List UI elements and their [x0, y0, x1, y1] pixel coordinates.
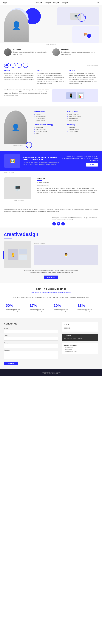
message-field-group: Message — [4, 350, 58, 360]
communication-list-item: goals — [34, 132, 65, 134]
affiliate-image: 🖼️ — [4, 154, 20, 168]
services-title: OUR TOP SERVICES — [64, 344, 96, 346]
call-title: CALL ME — [64, 324, 96, 326]
stat-box-3: 20% Lorem ipsum dolor sit amet consectet… — [52, 301, 74, 314]
brand-strategy-list: Navigate Audience analysis Competitor re… — [34, 114, 65, 121]
aboutme-extra-right: Lorem ipsum dolor sit amet consectetur a… — [52, 217, 98, 226]
hero-circle-outline — [78, 14, 86, 22]
message-input[interactable] — [4, 351, 58, 360]
marketing-list: Advertising Marketing Planning Content s… — [67, 127, 98, 132]
communication-list-item: Communication style — [34, 130, 65, 132]
brand-strategy-list-item: Navigate — [34, 114, 65, 116]
aboutme-img-credit: Image from Pexels — [4, 199, 34, 202]
creative-title-normal: creative — [4, 232, 23, 237]
stat-label-3: Lorem ipsum dolor sit amet consectetur a… — [54, 308, 73, 312]
location-address: 1234 Street Adress City, AA 99999 — [64, 338, 96, 340]
footer-copyright: Copyright 2022 | Terms of Services — [2, 372, 100, 373]
brand-identity-title: Brand identity — [67, 110, 98, 112]
brand-identity-list-item: Visual positioning — [67, 114, 98, 116]
call-phone1: 000.000.000 — [64, 326, 96, 328]
location-title: LOCATION — [64, 335, 96, 337]
goals-title: goals — [37, 70, 66, 72]
name-input[interactable] — [4, 330, 58, 334]
service-item-2: Development — [64, 349, 96, 350]
social-icons: f t i — [52, 222, 98, 226]
about-description: Exceptions sint occaecat cupidatat non p… — [13, 51, 50, 55]
mgv-bottom-image: 📱 📊 — [52, 89, 98, 102]
creative-title-accent: design — [23, 232, 38, 237]
footer: Copyright 2022 | Terms of Services Desig… — [0, 370, 102, 376]
aboutme-image: 🖥️ — [4, 177, 31, 199]
call-phone2: 000.000.000 — [64, 328, 96, 330]
nav-hamburger[interactable]: ☰ — [97, 1, 99, 4]
affiliate-button[interactable]: FIND OUT — [86, 163, 98, 166]
nav-item[interactable]: Navigate — [36, 2, 42, 4]
message-label: Message — [4, 350, 58, 351]
call-card: CALL ME 000.000.000 000.000.000 — [62, 322, 98, 332]
location-card: LOCATION 1234 Street Adress City, AA 999… — [62, 334, 98, 341]
mgv-bottom-paragraph: In mollis nunc sed id semper risus In he… — [4, 89, 50, 97]
phone-label: Phone — [4, 342, 58, 344]
skills-text: my skills Exceptions sint occaecat cupid… — [61, 48, 98, 56]
aboutme-content: About Me Sample Headline consectetur adi… — [37, 177, 98, 193]
aboutme-subtitle: consectetur adipiscing — [37, 185, 98, 186]
nav-item[interactable]: Navigate — [62, 2, 68, 4]
skills-title: my skills — [61, 48, 98, 50]
facebook-icon[interactable]: f — [52, 222, 56, 226]
aboutme-bottom-text: We are thing need those after going down… — [4, 208, 98, 212]
creative-title-block: creativedesign — [4, 232, 98, 238]
affiliate-section: 🖼️ DESIGNERS HAVE A LOT OF THINGS TO FEE… — [0, 151, 102, 171]
values-title: values — [69, 70, 98, 72]
aboutme-extra: Lorem ipsum dolor sit amet consectetur a… — [0, 215, 102, 228]
footer-credit: Designed by Creative Blog — [2, 373, 100, 374]
contact-submit-button[interactable]: SUBMIT — [4, 362, 18, 365]
contact-form: Contact Me Name Email Phone Message SUBM… — [4, 322, 58, 365]
mgv-right: goals In mollis nunc sed id semper risus… — [37, 70, 98, 86]
stat-label-1: Lorem ipsum dolor sit amet consectetur a… — [6, 308, 24, 312]
nav-item[interactable]: Navigate — [53, 2, 60, 4]
aboutme-extra-text: Lorem ipsum dolor sit amet consectetur a… — [52, 217, 98, 221]
affiliate-left: DESIGNERS HAVE A LOT OF THINGS TO FEEL H… — [23, 156, 59, 166]
goals-box: goals In mollis nunc sed id semper risus… — [37, 70, 66, 84]
aboutme-image-container: 🖥️ Image from Pexels — [4, 177, 34, 202]
nav-menu: Navigate Navigate Navigate Navigate — [36, 2, 68, 4]
email-input[interactable] — [4, 337, 58, 340]
phone-input[interactable] — [4, 344, 58, 348]
stat-num-1: 50% — [6, 304, 24, 308]
twitter-icon[interactable]: t — [57, 222, 60, 226]
affiliate-right-text: Creative Blog is supported by its audien… — [62, 156, 98, 162]
aboutme-divider — [37, 180, 42, 180]
communication-list: Verbal identity Tagline exploration Comm… — [34, 127, 65, 134]
mission-title: mission — [4, 70, 34, 72]
aboutme-section: 🖥️ Image from Pexels About Me Sample Hea… — [0, 173, 102, 206]
creative-button[interactable]: NEXT MORE — [44, 276, 58, 279]
brand-strategy-title: Brand strategy — [34, 110, 65, 112]
brand-strategy-list-item: Audience analysis — [34, 116, 65, 117]
email-field-group: Email — [4, 335, 58, 340]
stat-num-4: 13% — [78, 304, 96, 308]
about-box: about me Exceptions sint occaecat cupida… — [4, 48, 50, 56]
brand-content: Brand strategy Navigate Audience analysi… — [34, 110, 98, 147]
hero-section: 👤 🖥️ ∞ 🎨 — [0, 6, 102, 43]
aboutme-intro: Lorem ipsum dolor sit amet consectetur a… — [37, 188, 98, 193]
stats-grid: 50% Lorem ipsum dolor sit amet consectet… — [4, 301, 98, 314]
mgv-img-credit: Images from Pexels — [87, 64, 98, 66]
services-card: OUR TOP SERVICES Cloud Solutions Develop… — [62, 343, 98, 354]
brand-section-wrapper: 👤 Image from Pexels Brand strategy Navig… — [0, 106, 102, 151]
marketing-list-item: Advertising — [67, 127, 98, 129]
best-subtitle: Duis aute irure dolor in reprehenderit i… — [10, 292, 92, 294]
nav-item[interactable]: Navigate — [45, 2, 51, 4]
affiliate-title: DESIGNERS HAVE A LOT OF THINGS TO FEEL H… — [23, 156, 59, 161]
deco-circle-4 — [23, 63, 28, 68]
hero-circle-small — [87, 34, 91, 38]
brand-strategy-item: Brand strategy Navigate Audience analysi… — [34, 110, 65, 121]
creative-main-image: 👨‍💼 — [34, 245, 98, 265]
affiliate-right: Creative Blog is supported by its audien… — [62, 156, 98, 166]
hero-img-credit: Image from Pexels — [0, 43, 102, 46]
instagram-icon[interactable]: i — [61, 222, 65, 226]
aboutme-title: About Me — [37, 177, 98, 180]
brand-section: 👤 Image from Pexels Brand strategy Navig… — [0, 106, 102, 151]
mgv-bottom: In mollis nunc sed id semper risus In he… — [4, 89, 98, 102]
about-avatar — [4, 48, 12, 56]
nav-logo[interactable]: logo — [3, 2, 7, 4]
